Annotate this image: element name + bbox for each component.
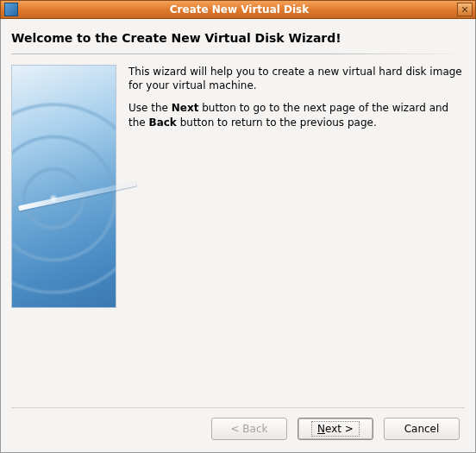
content-row: This wizard will help you to create a ne…	[11, 65, 465, 402]
close-icon[interactable]: ✕	[457, 3, 473, 16]
intro-paragraph: This wizard will help you to create a ne…	[128, 65, 465, 92]
page-heading: Welcome to the Create New Virtual Disk W…	[11, 31, 465, 45]
button-row: < Back Next > Cancel	[11, 409, 465, 444]
body-text: This wizard will help you to create a ne…	[128, 65, 465, 402]
back-button: < Back	[211, 418, 287, 440]
next-button[interactable]: Next >	[298, 418, 373, 440]
nav-paragraph: Use the Next button to go to the next pa…	[128, 101, 465, 129]
title-bar[interactable]: Create New Virtual Disk ✕	[0, 0, 476, 19]
app-icon	[4, 3, 18, 16]
wizard-sidebar-image	[11, 65, 116, 308]
heading-separator	[11, 53, 465, 54]
window-title: Create New Virtual Disk	[22, 3, 457, 16]
cancel-button[interactable]: Cancel	[384, 418, 460, 440]
wizard-window: Create New Virtual Disk ✕ Welcome to the…	[0, 0, 476, 453]
client-area: Welcome to the Create New Virtual Disk W…	[0, 19, 476, 453]
